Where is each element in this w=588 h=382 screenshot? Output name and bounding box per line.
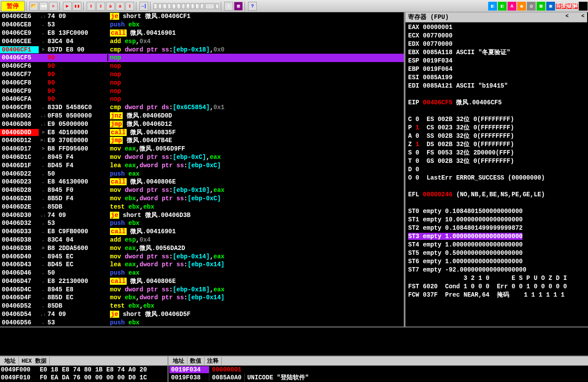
register-line[interactable] [408,199,584,207]
disasm-row[interactable]: 00406D3B>B8 2DDA5600mov eax,微风.0056DA2D [0,244,404,252]
letter-c-button[interactable]: c [182,3,186,9]
stack-row[interactable]: 0019F03400000001 [168,366,588,374]
register-line[interactable]: EBP 0019F064 [408,65,584,73]
disasm-row[interactable]: 00406CE9.E8 13FC0000call 微风.00416901 [0,29,404,37]
register-line[interactable] [408,182,584,191]
trace-over-icon[interactable]: ⇊ [116,2,124,11]
register-line[interactable]: C 0 ES 002B 32位 0(FFFFFFFF) [408,115,584,124]
hex-row[interactable]: 0049F000 E0 18 E8 74 80 1B E8 74 A0 20 [0,366,168,374]
register-line[interactable]: ST1 empty 10.000000000000000000 [408,216,584,224]
letter-...-button[interactable]: ... [205,3,215,9]
register-line[interactable]: ESI 0085A199 [408,73,584,82]
register-line[interactable]: ECX 00770000 [408,32,584,40]
register-line[interactable]: A 0 SS 002B 32位 0(FFFFFFFF) [408,132,584,140]
register-line[interactable]: Z 1 DS 002B 32位 0(FFFFFFFF) [408,140,584,149]
register-line[interactable]: ST5 empty 0.5000000000000000000 [408,249,584,257]
stack-panel[interactable]: 地址数值注释 0019F034000000010019F0380085A0A0U… [168,356,588,382]
hex-dump-panel[interactable]: 地址HEX 数据 0049F000 E0 18 E8 74 80 1B E8 7… [0,356,168,382]
step-over-icon[interactable]: ↧ [96,2,105,11]
register-line[interactable]: FST 6020 Cond 1 0 0 0 Err 0 0 1 0 0 0 0 … [408,283,584,291]
execute-till-icon[interactable]: ↧ [125,2,134,11]
disasm-row[interactable]: 00406D17>B8 FFD95600mov eax,微风.0056D9FF [0,145,404,153]
disasm-row[interactable]: 00406D1C.8945 F4mov dword ptr ss:[ebp-0x… [0,153,404,162]
disasm-row[interactable]: 00406D22.50push eax [0,169,404,178]
letter-k-button[interactable]: k [191,3,195,9]
register-line[interactable]: EDI 0085A121 ASCII "b19415" [408,82,584,90]
cn-badge[interactable]: 吾 [556,4,561,9]
badge-icon[interactable]: ◧ [498,2,507,11]
disasm-row[interactable]: 00406CE6.↓74 09je short 微风.00406CF1 [0,12,404,21]
registers-panel[interactable]: 寄存器 (FPU) < < EAX 00000001ECX 00770000ED… [405,12,587,327]
letter-s-button[interactable]: s [215,3,219,9]
register-line[interactable]: ST2 empty 0.1084801499999999872 [408,224,584,232]
chevron-left-icon[interactable]: < [566,13,569,19]
badge-icon[interactable]: ▦ [537,2,545,11]
disasm-row[interactable]: 00406D4C.8945 E8mov dword ptr ss:[ebp-0x… [0,285,404,294]
register-line[interactable]: ST0 empty 0.1084801500000000000 [408,207,584,216]
disasm-row[interactable]: 00406D46.50push eax [0,269,404,277]
disasm-row[interactable]: 00406CFA90nop [0,95,404,103]
register-line[interactable]: ESP 0019F034 [408,57,584,65]
register-line[interactable]: FCW 037F Prec NEAR,64 掩码 1 1 1 1 1 1 [408,291,584,299]
register-line[interactable]: ST4 empty 1.0000000000000000000 [408,241,584,249]
letter-e-button[interactable]: e [158,3,162,9]
disasm-row[interactable]: 00406D47.E8 22130000call 微风.0040806E [0,277,404,286]
disassembly-panel[interactable]: 00406CE6.↓74 09je short 微风.00406CF100406… [0,12,405,327]
close-icon[interactable]: ✕ [49,2,58,11]
pause-icon[interactable]: ▮▮ [73,2,81,11]
register-line[interactable]: O 0 LastErr ERROR_SUCCESS (00000000) [408,174,584,182]
disasm-row[interactable]: 00406D0D>E8 4D160000call 微风.0040835F [0,128,404,136]
disasm-row[interactable]: 00406D28.8945 F0mov dword ptr ss:[ebp-0x… [0,186,404,195]
badge-icon[interactable]: ◎ [527,2,536,11]
badge-icon[interactable]: ◉ [517,2,526,11]
disasm-row[interactable]: 00406CEE.83C4 04add esp,0x4 [0,37,404,45]
disasm-row[interactable]: 00406CF590nop [0,54,404,62]
disasm-row[interactable]: 00406D38.83C4 04add esp,0x4 [0,236,404,244]
disasm-row[interactable]: 00406CF690nop [0,62,404,70]
badge-icon[interactable]: ▣ [546,2,555,11]
register-line[interactable] [408,90,584,99]
disasm-row[interactable]: 00406D32.53push ebx [0,219,404,228]
disasm-row[interactable]: 00406CF1>837D E8 00cmp dword ptr ss:[ebp… [0,45,404,54]
letter-t-button[interactable]: t [168,3,172,9]
letter-w-button[interactable]: w [172,3,176,9]
register-line[interactable]: S 0 FS 0053 32位 2D0000(FFF) [408,149,584,157]
disasm-row[interactable]: 00406D1F.8D45 F4lea eax,dword ptr ss:[eb… [0,161,404,169]
disasm-row[interactable]: 00406CFB.833D 54586C0cmp dword ptr ds:[0… [0,103,404,112]
disasm-row[interactable]: 00406CF890nop [0,78,404,87]
disasm-row[interactable]: 00406CF990nop [0,87,404,95]
disasm-row[interactable]: 00406D56.53push ebx [0,318,404,327]
disasm-row[interactable]: 00406D33.E8 C9FB0000call 微风.00416901 [0,228,404,236]
register-line[interactable] [408,107,584,115]
list-icon[interactable]: ≡ [224,2,233,11]
letter-h-button[interactable]: h [177,3,181,9]
disasm-row[interactable]: 00406D52.85DBtest ebx,ebx [0,302,404,310]
disasm-row[interactable]: 00406D43.8D45 EClea eax,dword ptr ss:[eb… [0,261,404,269]
badge-a-icon[interactable]: A [508,2,516,11]
disasm-row[interactable]: 00406D08.↓E9 05000000jmp 微风.00406D12 [0,120,404,128]
register-line[interactable]: EDX 00770000 [408,40,584,48]
register-line[interactable]: ST6 empty 1.0000000000000000000 [408,257,584,266]
disasm-row[interactable]: 00406D4F.8B5D ECmov ebx,dword ptr ss:[eb… [0,294,404,302]
register-line[interactable]: EFL 00000246 (NO,NB,E,BE,NS,PE,GE,LE) [408,191,584,199]
register-line[interactable]: P 1 CS 0023 32位 0(FFFFFFFF) [408,124,584,132]
step-into-icon[interactable]: ↧ [87,2,95,11]
disasm-row[interactable]: 00406D2E.85DBtest ebx,ebx [0,202,404,211]
letter-m-button[interactable]: m [163,3,167,9]
letter-l-button[interactable]: l [153,3,157,9]
register-line[interactable]: D 0 [408,165,584,174]
register-line[interactable]: EBX 0085A118 ASCII "冬夏验证" [408,48,584,57]
cn-badge[interactable]: 爱 [562,4,566,9]
register-line[interactable]: T 0 GS 002B 32位 0(FFFFFFFF) [408,157,584,165]
disasm-row[interactable]: 00406CE8.53push ebx [0,21,404,29]
register-line[interactable]: ST3 empty 1.0000000000000000000 [408,232,584,241]
cn-badge[interactable]: 解 [573,4,578,9]
rewind-icon[interactable]: ◄◄ [39,2,48,11]
play-icon[interactable]: ▶ [63,2,72,11]
register-line[interactable]: EAX 00000001 [408,23,584,32]
badge-icon[interactable]: ◧ [488,2,497,11]
help-icon[interactable]: ? [248,2,257,11]
disasm-row[interactable]: 00406D30.↓74 09je short 微风.00406D3B [0,211,404,219]
hex-row[interactable]: 0049F010 F0 EA DA 76 00 00 00 00 D0 1C [0,374,168,382]
disasm-row[interactable]: 00406D40.8945 ECmov dword ptr ss:[ebp-0x… [0,252,404,261]
